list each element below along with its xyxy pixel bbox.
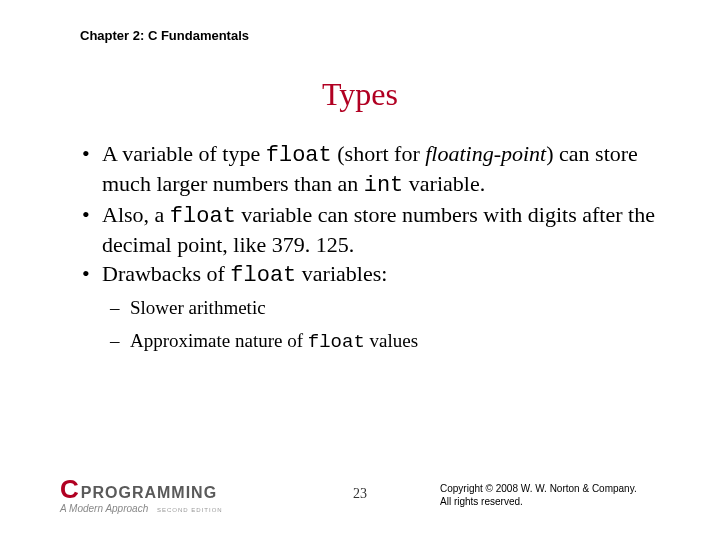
- copyright: Copyright © 2008 W. W. Norton & Company.…: [440, 482, 660, 508]
- text: values: [365, 330, 418, 351]
- italic-floating-point: floating-point: [425, 141, 546, 166]
- bullet-3: Drawbacks of float variables: Slower ari…: [102, 260, 660, 355]
- footer: C PROGRAMMING A Modern Approach SECOND E…: [0, 470, 720, 520]
- slide-body: A variable of type float (short for floa…: [80, 140, 660, 365]
- logo-subtitle: A Modern Approach SECOND EDITION: [60, 503, 223, 514]
- copyright-line-1: Copyright © 2008 W. W. Norton & Company.: [440, 482, 660, 495]
- code-int: int: [364, 173, 404, 198]
- text: Approximate nature of: [130, 330, 308, 351]
- slide-title: Types: [0, 76, 720, 113]
- text: Also, a: [102, 202, 170, 227]
- sub-bullet-1: Slower arithmetic: [130, 296, 660, 320]
- sub-bullet-2: Approximate nature of float values: [130, 329, 660, 355]
- bullet-2: Also, a float variable can store numbers…: [102, 201, 660, 258]
- text: Drawbacks of: [102, 261, 230, 286]
- text: variables:: [296, 261, 387, 286]
- text: variable.: [403, 171, 485, 196]
- bullet-1: A variable of type float (short for floa…: [102, 140, 660, 199]
- code-float: float: [170, 204, 236, 229]
- logo-edition: SECOND EDITION: [157, 507, 223, 513]
- slide: Chapter 2: C Fundamentals Types A variab…: [0, 0, 720, 540]
- code-float: float: [266, 143, 332, 168]
- copyright-line-2: All rights reserved.: [440, 495, 660, 508]
- text: A variable of type: [102, 141, 266, 166]
- chapter-label: Chapter 2: C Fundamentals: [80, 28, 249, 43]
- code-float: float: [230, 263, 296, 288]
- code-float: float: [308, 331, 365, 353]
- text: (short for: [332, 141, 425, 166]
- logo-subtitle-text: A Modern Approach: [60, 503, 148, 514]
